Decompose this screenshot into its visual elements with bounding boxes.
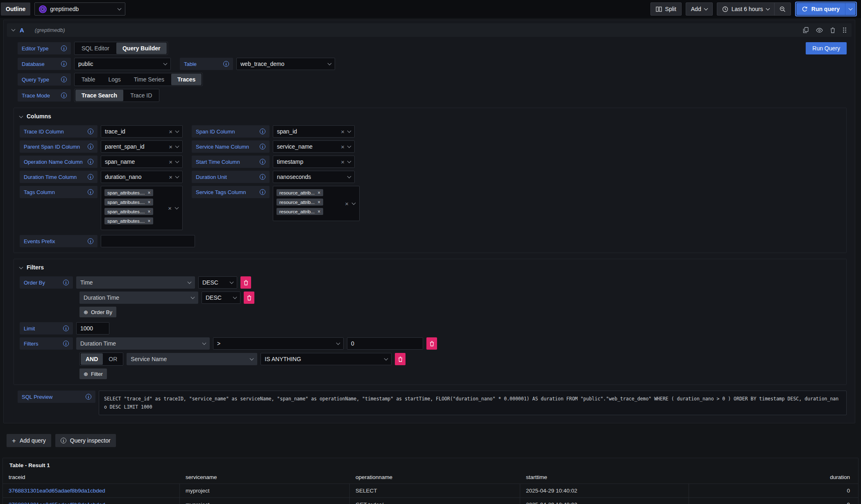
zoom-out-time-button[interactable]	[775, 3, 791, 15]
service-tag-chip[interactable]: resource_attrib...×	[276, 208, 323, 215]
service-name-column-select[interactable]: service_name ×	[273, 140, 355, 153]
add-dropdown-button[interactable]: Add	[686, 2, 713, 16]
run-query-button[interactable]: Run query	[796, 3, 845, 15]
collapse-chevron-icon[interactable]	[19, 265, 23, 269]
query-builder-option[interactable]: Query Builder	[116, 43, 167, 54]
clear-icon[interactable]: ×	[169, 144, 172, 150]
tag-chip[interactable]: span_attributes....×	[104, 189, 153, 196]
database-select[interactable]: public	[74, 58, 171, 70]
sql-preview-row: SQL Preview i SELECT "trace_id" as trace…	[18, 391, 847, 415]
clear-icon[interactable]: ×	[341, 144, 344, 150]
filters-section-header[interactable]: Filters	[20, 264, 841, 271]
clear-icon[interactable]: ×	[341, 159, 344, 165]
filter-operator-select[interactable]: >	[213, 337, 344, 350]
clear-all-icon[interactable]: ×	[168, 205, 172, 211]
collapse-chevron-icon[interactable]	[19, 114, 23, 118]
start-time-column-select[interactable]: timestamp ×	[273, 156, 355, 168]
duration-unit-select[interactable]: nanoseconds	[273, 171, 355, 183]
drag-handle-icon[interactable]	[843, 27, 847, 33]
add-filter-button[interactable]: ⊕ Filter	[79, 368, 107, 379]
add-order-by-button[interactable]: ⊕ Order By	[79, 307, 116, 317]
delete-query-trash-icon[interactable]	[830, 27, 835, 33]
remove-filter-button[interactable]	[426, 337, 437, 350]
split-icon	[656, 7, 662, 12]
tag-chip[interactable]: span_attributes....×	[104, 208, 153, 215]
remove-order-by-button[interactable]	[244, 292, 254, 304]
query-type-table-option[interactable]: Table	[75, 74, 101, 85]
order-by-field-select[interactable]: Duration Time	[79, 292, 198, 304]
remove-chip-icon[interactable]: ×	[147, 209, 150, 214]
trace-search-option[interactable]: Trace Search	[75, 90, 123, 101]
time-range-button[interactable]: Last 6 hours	[717, 3, 774, 15]
remove-chip-icon[interactable]: ×	[147, 219, 150, 224]
sql-editor-option[interactable]: SQL Editor	[75, 43, 116, 54]
remove-order-by-button[interactable]	[240, 276, 251, 289]
duplicate-query-icon[interactable]	[803, 27, 809, 33]
result-table-panel: Table - Result 1 traceid servicename ope…	[2, 458, 859, 504]
column-header-duration[interactable]: duration	[689, 472, 858, 484]
trace-link[interactable]: 3768831301ea0d65adaef8b9da1cbded	[9, 502, 105, 504]
split-button[interactable]: Split	[650, 2, 682, 16]
zoom-out-icon	[779, 6, 786, 12]
and-option[interactable]: AND	[81, 353, 103, 365]
clear-icon[interactable]: ×	[341, 129, 344, 135]
outline-toggle-button[interactable]: Outline	[1, 2, 30, 16]
order-by-direction-select[interactable]: DESC	[202, 292, 240, 304]
query-row-header[interactable]: A (greptimedb)	[7, 23, 852, 37]
add-query-button[interactable]: + Add query	[7, 434, 51, 447]
column-header-traceid[interactable]: traceid	[3, 472, 180, 484]
remove-chip-icon[interactable]: ×	[317, 190, 320, 195]
datasource-picker[interactable]: greptimedb	[34, 2, 125, 16]
clear-icon[interactable]: ×	[169, 174, 172, 180]
columns-section-header[interactable]: Columns	[20, 113, 841, 120]
query-type-timeseries-option[interactable]: Time Series	[128, 74, 170, 85]
or-option[interactable]: OR	[104, 353, 122, 365]
events-prefix-input[interactable]	[101, 235, 195, 247]
query-type-traces-option[interactable]: Traces	[171, 74, 202, 85]
limit-input[interactable]	[76, 322, 109, 334]
query-type-logs-option[interactable]: Logs	[102, 74, 127, 85]
trace-id-column-label: Trace ID Column i	[20, 125, 97, 138]
table-select[interactable]: web_trace_demo	[236, 58, 335, 70]
remove-chip-icon[interactable]: ×	[147, 200, 150, 205]
span-id-column-select[interactable]: span_id ×	[273, 125, 355, 138]
traceid-cell: 3768831301ea0d65adaef8b9da1cbded	[3, 498, 180, 504]
trace-id-option[interactable]: Trace ID	[124, 90, 158, 101]
remove-chip-icon[interactable]: ×	[147, 190, 150, 195]
remove-chip-icon[interactable]: ×	[317, 200, 320, 205]
run-query-dropdown-button[interactable]	[845, 3, 856, 15]
trace-id-column-select[interactable]: trace_id ×	[101, 125, 183, 138]
collapse-chevron-icon[interactable]	[11, 27, 16, 32]
column-header-starttime[interactable]: starttime	[520, 472, 689, 484]
query-inspector-button[interactable]: i Query inspector	[55, 434, 116, 447]
filter-operator-select[interactable]: IS ANYTHING	[261, 353, 392, 365]
service-tags-column-multiselect[interactable]: resource_attrib...× resource_attrib...× …	[273, 186, 360, 221]
trace-mode-label: Trace Mode i	[18, 89, 71, 102]
clear-icon[interactable]: ×	[169, 129, 172, 135]
service-tag-chip[interactable]: resource_attrib...×	[276, 189, 323, 196]
tag-chip[interactable]: span_attributes....×	[104, 217, 153, 224]
column-header-servicename[interactable]: servicename	[180, 472, 350, 484]
panel-run-query-button[interactable]: Run Query	[806, 42, 847, 54]
service-tag-chip[interactable]: resource_attrib...×	[276, 199, 323, 206]
filter-field-select[interactable]: Duration Time	[76, 337, 210, 350]
tag-chip[interactable]: span_attributes....×	[104, 199, 153, 206]
trace-link[interactable]: 3768831301ea0d65adaef8b9da1cbded	[9, 488, 105, 494]
order-by-field-select[interactable]: Time	[76, 276, 195, 289]
parent-span-id-column-select[interactable]: parent_span_id ×	[101, 140, 183, 153]
tags-column-multiselect[interactable]: span_attributes....× span_attributes....…	[101, 186, 183, 230]
datasource-name: greptimedb	[50, 6, 115, 12]
duration-time-column-select[interactable]: duration_nano ×	[101, 171, 183, 183]
remove-filter-button[interactable]	[395, 353, 406, 365]
clear-all-icon[interactable]: ×	[345, 201, 349, 207]
column-header-operationname[interactable]: operationname	[350, 472, 520, 484]
servicename-cell: myproject	[180, 484, 350, 498]
operation-name-column-label: Operation Name Column i	[20, 156, 97, 168]
filter-field-select[interactable]: Service Name	[127, 353, 257, 365]
filter-value-input[interactable]	[347, 337, 423, 350]
order-by-direction-select[interactable]: DESC	[198, 276, 237, 289]
hide-query-eye-icon[interactable]	[816, 28, 823, 33]
clear-icon[interactable]: ×	[169, 159, 172, 165]
remove-chip-icon[interactable]: ×	[317, 209, 320, 214]
operation-name-column-select[interactable]: span_name ×	[101, 156, 183, 168]
